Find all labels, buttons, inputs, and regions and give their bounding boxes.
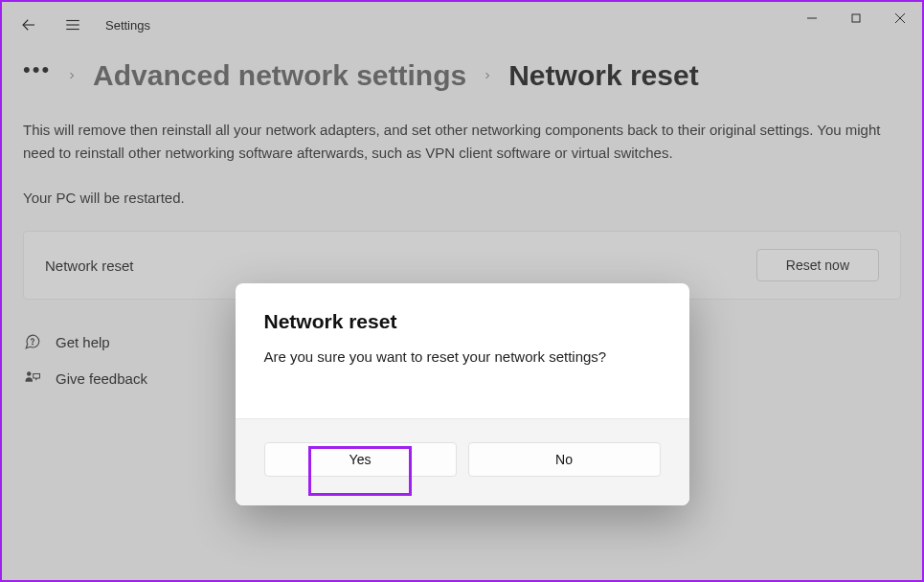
dialog-footer: Yes No: [236, 418, 689, 505]
yes-button[interactable]: Yes: [264, 442, 457, 477]
dialog-body: Network reset Are you sure you want to r…: [236, 283, 689, 418]
network-reset-dialog: Network reset Are you sure you want to r…: [236, 283, 689, 505]
dialog-message: Are you sure you want to reset your netw…: [264, 348, 661, 365]
dialog-title: Network reset: [264, 310, 661, 333]
no-button[interactable]: No: [468, 442, 661, 477]
